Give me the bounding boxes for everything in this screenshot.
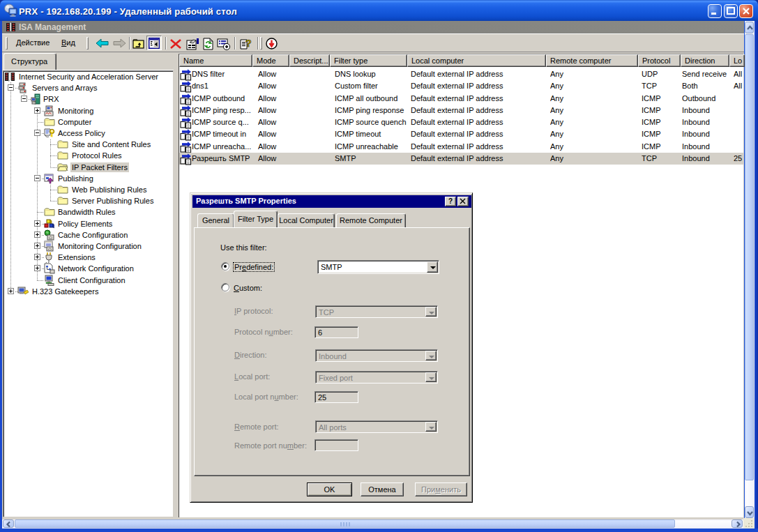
svg-text:?: ? — [245, 38, 252, 49]
